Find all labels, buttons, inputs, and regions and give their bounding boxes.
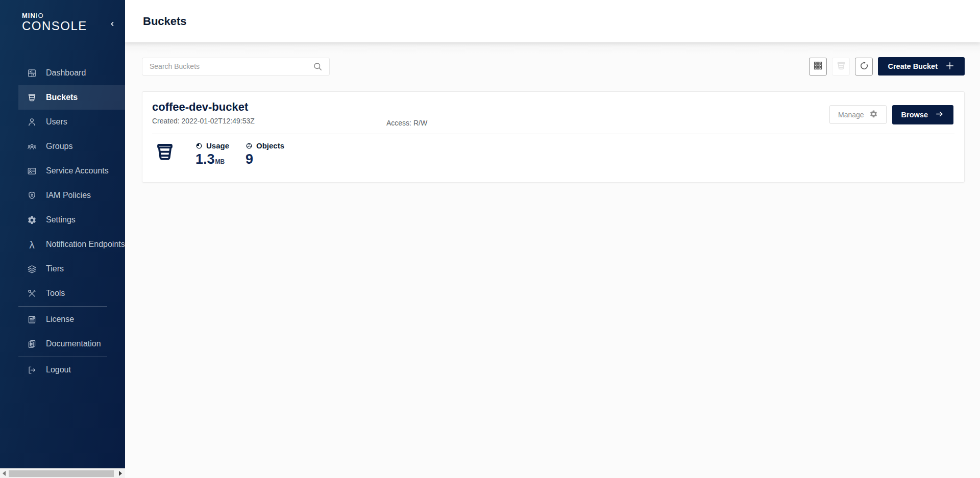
objects-value-row: 9 (246, 152, 284, 167)
sidebar-item-iam-policies[interactable]: IAM Policies (18, 183, 125, 208)
sidebar-item-tools[interactable]: Tools (18, 281, 125, 306)
browse-button-label: Browse (901, 111, 928, 119)
gear-icon (869, 110, 878, 120)
shield-icon (27, 190, 37, 200)
sidebar-item-license[interactable]: License (18, 307, 125, 332)
sidebar-menu: Dashboard Buckets Users Groups Service A… (0, 61, 125, 382)
create-bucket-button[interactable]: Create Bucket (878, 57, 965, 76)
sidebar-item-buckets[interactable]: Buckets (18, 85, 125, 110)
sidebar-item-notification-endpoints[interactable]: λ Notification Endpoints (18, 232, 125, 257)
usage-label-row: Usage (195, 141, 229, 150)
sidebar-item-groups[interactable]: Groups (18, 134, 125, 159)
sidebar-item-tiers[interactable]: Tiers (18, 257, 125, 281)
book-icon (27, 339, 37, 349)
layers-icon (27, 264, 37, 274)
scrollbar-right-arrow-icon[interactable] (119, 471, 122, 476)
brand-logo: MINIO CONSOLE (0, 0, 125, 33)
logout-icon (27, 365, 37, 375)
scrollbar-left-arrow-icon[interactable] (3, 471, 6, 476)
content-area: Create Bucket coffee-dev-bucket Created:… (125, 42, 980, 478)
dashboard-icon (27, 68, 37, 78)
scrollbar-thumb[interactable] (9, 470, 114, 477)
sidebar-item-service-accounts[interactable]: Service Accounts (18, 159, 125, 183)
search-box[interactable] (142, 58, 330, 76)
license-icon (27, 314, 37, 324)
gear-icon (27, 215, 37, 225)
toolbar-actions: Create Bucket (809, 57, 965, 76)
objects-label-row: Objects (246, 141, 284, 150)
sidebar-item-documentation[interactable]: Documentation (18, 332, 125, 356)
usage-value-row: 1.3 MB (195, 152, 229, 167)
sidebar-collapse-button[interactable] (106, 18, 118, 31)
sidebar: MINIO CONSOLE Dashboard Buckets Users Gr… (0, 0, 125, 478)
multiple-buckets-icon (836, 61, 846, 72)
sidebar-item-logout[interactable]: Logout (18, 358, 125, 382)
objects-icon (246, 142, 253, 149)
bucket-title-block: coffee-dev-bucket Created: 2022-01-02T12… (152, 100, 255, 125)
toolbar: Create Bucket (142, 57, 965, 76)
create-bucket-label: Create Bucket (888, 62, 938, 70)
chevron-left-icon (109, 20, 116, 29)
main-panel: Buckets (125, 0, 980, 478)
bucket-card-buttons: Manage Browse (829, 104, 953, 125)
bucket-icon (155, 141, 175, 163)
select-multiple-buckets-button[interactable] (832, 58, 850, 76)
browse-button[interactable]: Browse (892, 105, 953, 124)
lambda-icon: λ (27, 239, 37, 249)
refresh-button[interactable] (855, 58, 873, 76)
bucket-card-metrics: Usage 1.3 MB Objects (142, 134, 964, 182)
user-icon (27, 117, 37, 127)
manage-button[interactable]: Manage (829, 105, 887, 124)
groups-icon (27, 141, 37, 152)
search-input[interactable] (150, 62, 313, 70)
id-card-icon (27, 166, 37, 176)
bucket-card-header: coffee-dev-bucket Created: 2022-01-02T12… (142, 92, 964, 125)
minio-console-app: MINIO CONSOLE Dashboard Buckets Users Gr… (0, 0, 980, 478)
bucket-name[interactable]: coffee-dev-bucket (152, 100, 255, 114)
refresh-icon (859, 61, 869, 72)
page-header: Buckets (125, 0, 980, 42)
tools-icon (27, 288, 37, 298)
usage-value: 1.3 (195, 152, 215, 167)
objects-metric: Objects 9 (246, 141, 284, 167)
usage-metric: Usage 1.3 MB (195, 141, 229, 167)
sidebar-divider (18, 357, 107, 357)
usage-pie-icon (195, 142, 203, 149)
usage-label: Usage (206, 141, 229, 150)
grid-view-button[interactable] (809, 58, 827, 76)
search-icon (313, 62, 323, 71)
plus-icon (945, 61, 955, 72)
sidebar-horizontal-scrollbar[interactable] (0, 468, 125, 478)
usage-unit: MB (215, 158, 225, 165)
bucket-access: Access: R/W (386, 119, 427, 127)
sidebar-item-dashboard[interactable]: Dashboard (18, 61, 125, 85)
grid-view-icon (813, 61, 823, 72)
objects-value: 9 (246, 152, 253, 167)
arrow-right-icon (935, 109, 944, 120)
sidebar-divider (18, 306, 107, 307)
manage-button-label: Manage (838, 111, 864, 119)
page-title: Buckets (143, 15, 187, 28)
sidebar-item-users[interactable]: Users (18, 110, 125, 134)
objects-label: Objects (256, 141, 284, 150)
bucket-card: coffee-dev-bucket Created: 2022-01-02T12… (142, 91, 965, 183)
bucket-icon (27, 92, 37, 103)
bucket-created: Created: 2022-01-02T12:49:53Z (152, 117, 255, 125)
sidebar-item-settings[interactable]: Settings (18, 208, 125, 232)
